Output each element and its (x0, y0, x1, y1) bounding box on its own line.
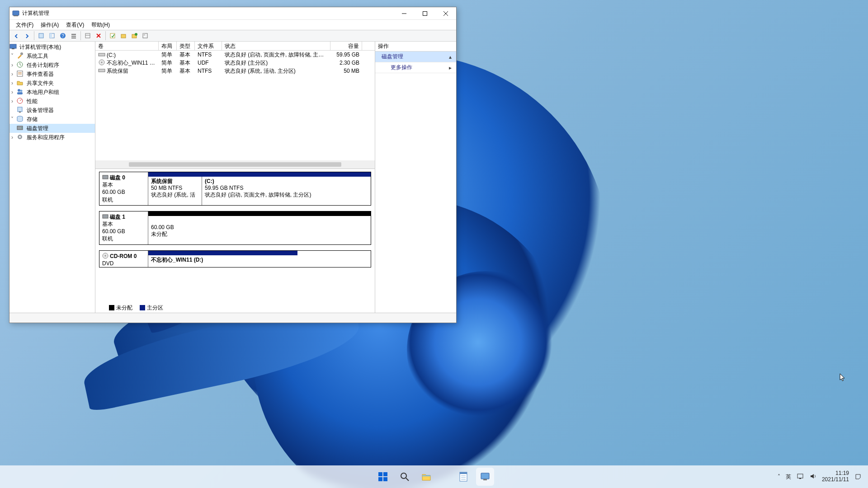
svg-rect-46 (99, 69, 105, 72)
tree-disk-management[interactable]: › 磁盘管理 (9, 124, 95, 133)
tree-system-tools[interactable]: ˅ 系统工具 (9, 52, 95, 61)
volume-list-header[interactable]: 卷 布局 类型 文件系统 状态 容量 (95, 42, 375, 51)
notifications-icon[interactable] (854, 473, 862, 481)
back-button[interactable] (11, 31, 21, 41)
svg-rect-1 (14, 15, 18, 16)
menu-help[interactable]: 帮助(H) (88, 21, 113, 29)
partition-c[interactable]: (C:) 59.95 GB NTFS 状态良好 (启动, 页面文件, 故障转储,… (202, 177, 371, 205)
svg-rect-43 (99, 53, 105, 56)
maximize-button[interactable] (415, 7, 435, 20)
volume-icon[interactable] (809, 473, 816, 481)
drive-icon (98, 67, 105, 74)
computer-management-window: 计算机管理 文件(F) 操作(A) 查看(V) 帮助(H) ? (9, 7, 457, 323)
tree-local-users[interactable]: › 本地用户和组 (9, 88, 95, 97)
action-more[interactable]: 更多操作▸ (375, 62, 456, 73)
menu-view[interactable]: 查看(V) (62, 21, 88, 29)
tb-icon-2[interactable] (118, 31, 128, 41)
menu-action[interactable]: 操作(A) (37, 21, 62, 29)
svg-rect-13 (71, 38, 76, 38)
svg-rect-8 (50, 33, 52, 38)
svg-rect-63 (481, 473, 489, 479)
col-volume[interactable]: 卷 (95, 42, 159, 50)
tree-task-scheduler[interactable]: › 任务计划程序 (9, 61, 95, 70)
explorer-button[interactable] (417, 468, 435, 486)
event-icon (16, 70, 24, 77)
svg-rect-53 (378, 477, 382, 481)
show-hide-icon[interactable] (47, 31, 57, 41)
partition-d[interactable]: 不忘初心_WIN11 (D:) (148, 255, 297, 265)
tb-icon-4[interactable] (140, 31, 150, 41)
search-button[interactable] (396, 468, 414, 486)
help-icon[interactable]: ? (58, 31, 68, 41)
action-icon[interactable] (83, 31, 93, 41)
tree-storage[interactable]: ˅ 存储 (9, 115, 95, 124)
svg-rect-64 (483, 479, 487, 480)
notepad-button[interactable] (454, 468, 472, 486)
ime-indicator[interactable]: 英 (786, 473, 791, 481)
menu-file[interactable]: 文件(F) (12, 21, 37, 29)
gear-icon (16, 133, 24, 141)
clock[interactable]: 11:19 2021/11/11 (822, 470, 849, 483)
start-button[interactable] (374, 468, 392, 486)
svg-rect-36 (18, 107, 22, 112)
close-button[interactable] (435, 7, 456, 20)
device-icon (16, 106, 24, 113)
view-icon[interactable] (69, 31, 79, 41)
svg-rect-54 (383, 477, 387, 481)
disk-0[interactable]: 磁盘 0 基本 60.00 GB 联机 系统保留 50 MB NTFS 状态良好… (99, 172, 371, 206)
svg-rect-14 (85, 33, 90, 38)
volume-row[interactable]: (C:) 简单 基本 NTFS 状态良好 (启动, 页面文件, 故障转储, 主分… (95, 51, 375, 59)
tree-performance[interactable]: › 性能 (9, 97, 95, 106)
tree-shared-folders[interactable]: › 共享文件夹 (9, 79, 95, 88)
volume-row[interactable]: 不忘初心_WIN11 (D:) 简单 基本 UDF 状态良好 (主分区) 2.3… (95, 59, 375, 67)
tree-root[interactable]: 计算机管理(本地) (9, 42, 95, 52)
volume-row[interactable]: 系统保留 简单 基本 NTFS 状态良好 (系统, 活动, 主分区) 50 MB (95, 67, 375, 75)
col-layout[interactable]: 布局 (159, 42, 177, 50)
delete-icon[interactable] (94, 31, 104, 41)
disk-diagram: 磁盘 0 基本 60.00 GB 联机 系统保留 50 MB NTFS 状态良好… (95, 169, 375, 313)
h-scrollbar[interactable] (95, 160, 375, 169)
partition-system-reserved[interactable]: 系统保留 50 MB NTFS 状态良好 (系统, 活 (148, 177, 202, 205)
svg-rect-65 (797, 474, 803, 478)
legend: 未分配 主分区 (107, 303, 165, 313)
actions-header: 操作 (375, 42, 456, 52)
col-fs[interactable]: 文件系统 (195, 42, 222, 50)
folder-icon (16, 79, 24, 86)
chevron-right-icon: ▸ (449, 65, 452, 71)
col-status[interactable]: 状态 (222, 42, 330, 50)
cdrom-0[interactable]: CD-ROM 0 DVD 不忘初心_WIN11 (D:) (99, 250, 371, 267)
svg-point-42 (19, 136, 21, 138)
tree-services[interactable]: › 服务和应用程序 (9, 133, 95, 142)
tree-device-manager[interactable]: › 设备管理器 (9, 106, 95, 115)
svg-rect-6 (39, 33, 43, 38)
col-type[interactable]: 类型 (177, 42, 195, 50)
forward-button[interactable] (22, 31, 32, 41)
tb-icon-3[interactable] (129, 31, 139, 41)
titlebar[interactable]: 计算机管理 (9, 7, 456, 20)
tb-icon-1[interactable] (108, 31, 118, 41)
svg-rect-57 (422, 475, 430, 476)
computer-management-taskbar-button[interactable] (476, 468, 494, 486)
svg-point-26 (20, 52, 23, 55)
tree-event-viewer[interactable]: › 事件查看器 (9, 70, 95, 79)
svg-rect-66 (799, 478, 801, 479)
action-disk-management[interactable]: 磁盘管理▴ (375, 52, 456, 62)
svg-rect-51 (378, 472, 382, 476)
svg-point-50 (105, 255, 106, 256)
up-icon[interactable] (36, 31, 46, 41)
svg-rect-48 (103, 215, 108, 218)
svg-rect-59 (460, 472, 467, 474)
storage-icon (16, 115, 24, 122)
taskbar[interactable]: ˄ 英 11:19 2021/11/11 (0, 465, 868, 488)
taskbar-spacer (439, 468, 451, 486)
disk-1[interactable]: 磁盘 1 基本 60.00 GB 联机 60.00 GB 未分配 (99, 211, 371, 245)
unallocated-space[interactable]: 60.00 GB 未分配 (148, 216, 371, 244)
tray-chevron-icon[interactable]: ˄ (778, 474, 780, 480)
col-capacity[interactable]: 容量 (330, 42, 362, 50)
volume-list: 卷 布局 类型 文件系统 状态 容量 (C:) 简单 基本 NTFS 状态良好 … (95, 42, 375, 169)
svg-rect-0 (13, 11, 19, 15)
navigation-tree[interactable]: 计算机管理(本地) ˅ 系统工具 › 任务计划程序 › 事件查看器 › 共享文件… (9, 42, 95, 313)
network-icon[interactable] (797, 473, 804, 481)
toolbar: ? (9, 30, 456, 42)
minimize-button[interactable] (394, 7, 415, 20)
